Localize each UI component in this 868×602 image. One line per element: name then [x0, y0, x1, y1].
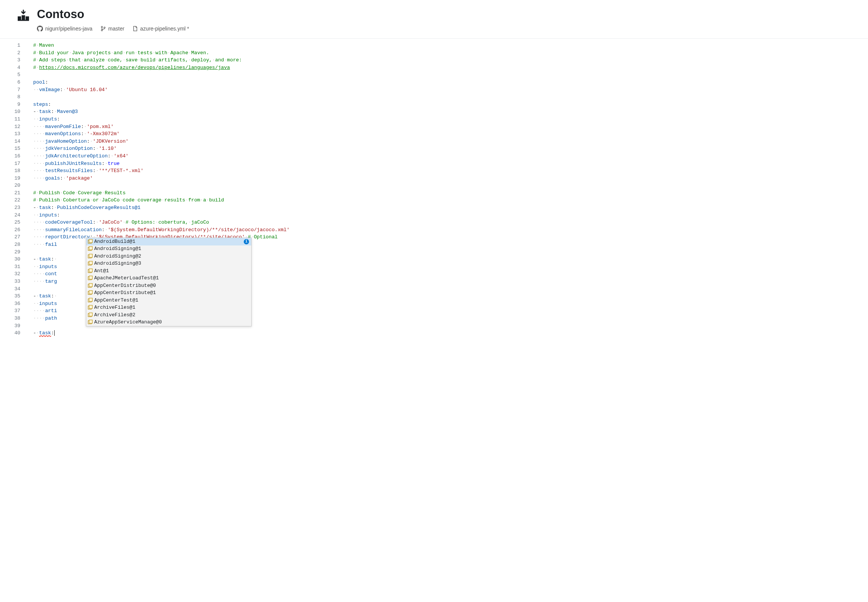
code-line[interactable]: -·task:: [26, 329, 868, 337]
code-line[interactable]: ····mavenPomFile:·'pom.xml': [26, 123, 868, 131]
intellisense-item[interactable]: AndroidSigning@3: [86, 260, 251, 268]
line-number: 19: [0, 175, 20, 182]
breadcrumb-file[interactable]: azure-pipelines.yml *: [132, 26, 189, 32]
snippet-icon: [88, 290, 93, 296]
line-number: 39: [0, 322, 20, 330]
code-line[interactable]: ····mavenOptions:·'-Xmx3072m': [26, 130, 868, 138]
breadcrumb-repo[interactable]: nigurr/pipelines-java: [37, 26, 92, 32]
svg-rect-11: [89, 261, 93, 265]
code-editor[interactable]: 1234567891011121314151617181920212223242…: [0, 38, 868, 340]
line-number: 14: [0, 138, 20, 145]
code-line[interactable]: #·Build·your·Java·projects·and·run·tests…: [26, 49, 868, 57]
code-line[interactable]: ····testResultsFiles:·'**/TEST-*.xml': [26, 167, 868, 175]
intellisense-item[interactable]: AndroidBuild@1i: [86, 238, 251, 246]
svg-rect-19: [89, 291, 93, 294]
svg-rect-23: [89, 305, 93, 309]
intellisense-item-label: Ant@1: [94, 267, 249, 275]
svg-point-2: [102, 30, 103, 31]
line-number: 18: [0, 167, 20, 175]
code-line[interactable]: ····publishJUnitResults:·true: [26, 160, 868, 167]
intellisense-item[interactable]: ApacheJMeterLoadTest@1: [86, 275, 251, 283]
file-icon: [132, 26, 138, 31]
line-number: 34: [0, 286, 20, 293]
line-number: 10: [0, 108, 20, 115]
snippet-icon: [88, 269, 93, 274]
code-line[interactable]: ····summaryFileLocation:·'$(System.Defau…: [26, 226, 868, 234]
intellisense-item-label: AndroidSigning@2: [94, 253, 249, 260]
code-line[interactable]: #·Publish·Cobertura·or·JaCoCo·code·cover…: [26, 197, 868, 204]
intellisense-item[interactable]: AppCenterTest@1: [86, 297, 251, 304]
line-number: 23: [0, 204, 20, 212]
snippet-icon: [88, 312, 93, 318]
line-number: 36: [0, 300, 20, 307]
line-number: 31: [0, 263, 20, 271]
line-number: 7: [0, 86, 20, 94]
intellisense-item-label: AppCenterDistribute@1: [94, 289, 249, 297]
intellisense-item[interactable]: AppCenterDistribute@0: [86, 282, 251, 290]
line-number: 35: [0, 293, 20, 300]
intellisense-item-label: AndroidSigning@1: [94, 245, 249, 253]
code-line[interactable]: #·Maven: [26, 42, 868, 49]
code-line[interactable]: ··inputs:: [26, 212, 868, 219]
svg-rect-15: [89, 276, 93, 280]
code-line[interactable]: [26, 182, 868, 189]
code-line[interactable]: [26, 71, 868, 79]
svg-rect-13: [89, 269, 93, 272]
editor-code-area[interactable]: #·Maven#·Build·your·Java·projects·and·ru…: [26, 39, 868, 340]
code-line[interactable]: ····jdkArchitectureOption:·'x64': [26, 152, 868, 160]
line-number: 6: [0, 79, 20, 86]
intellisense-item-label: ApacheJMeterLoadTest@1: [94, 275, 249, 282]
header: Contoso nigurr/pipelines-java master azu…: [0, 0, 868, 32]
intellisense-item-label: ArchiveFiles@1: [94, 304, 249, 311]
intellisense-item-label: AppCenterDistribute@0: [94, 282, 249, 290]
svg-rect-21: [89, 298, 93, 301]
code-line[interactable]: steps:: [26, 101, 868, 108]
svg-rect-5: [89, 240, 93, 243]
line-number: 30: [0, 256, 20, 263]
code-line[interactable]: ····codeCoverageTool:·'JaCoCo'·#·Options…: [26, 219, 868, 226]
svg-point-3: [104, 27, 106, 29]
github-icon: [37, 26, 43, 32]
intellisense-item[interactable]: ArchiveFiles@1: [86, 304, 251, 312]
code-line[interactable]: -·task:·Maven@3: [26, 108, 868, 115]
intellisense-item[interactable]: AndroidSigning@2: [86, 253, 251, 260]
snippet-icon: [88, 254, 93, 259]
code-line[interactable]: #·https://docs.microsoft.com/azure/devop…: [26, 64, 868, 72]
svg-rect-9: [89, 254, 93, 258]
line-number: 2: [0, 49, 20, 57]
intellisense-item[interactable]: Ant@1: [86, 267, 251, 275]
snippet-icon: [88, 261, 93, 266]
code-line[interactable]: [26, 94, 868, 101]
code-line[interactable]: #·Add·steps·that·analyze·code,·save·buil…: [26, 57, 868, 64]
intellisense-item[interactable]: AppCenterDistribute@1: [86, 290, 251, 297]
code-line[interactable]: -·task:·PublishCodeCoverageResults@1: [26, 204, 868, 212]
line-number: 40: [0, 329, 20, 337]
snippet-icon: [88, 239, 93, 244]
code-line[interactable]: ····goals:·'package': [26, 175, 868, 182]
line-number: 37: [0, 307, 20, 315]
code-line[interactable]: ··inputs:: [26, 115, 868, 123]
intellisense-item[interactable]: ArchiveFiles@2: [86, 311, 251, 319]
page-title: Contoso: [37, 8, 189, 21]
intellisense-item[interactable]: AzureAppServiceManage@0: [86, 319, 251, 326]
code-line[interactable]: pool:: [26, 79, 868, 86]
intellisense-popup[interactable]: AndroidBuild@1iAndroidSigning@1AndroidSi…: [86, 238, 252, 326]
line-number: 15: [0, 145, 20, 152]
code-line[interactable]: ··vmImage:·'Ubuntu 16.04': [26, 86, 868, 94]
intellisense-item[interactable]: AndroidSigning@1: [86, 246, 251, 253]
line-number: 13: [0, 130, 20, 138]
line-number: 1: [0, 42, 20, 49]
info-icon[interactable]: i: [244, 239, 249, 244]
code-line[interactable]: ····jdkVersionOption:·'1.10': [26, 145, 868, 152]
line-number: 20: [0, 182, 20, 189]
breadcrumb-file-label: azure-pipelines.yml *: [140, 26, 189, 32]
snippet-icon: [88, 305, 93, 310]
code-line[interactable]: #·Publish·Code·Coverage·Results: [26, 189, 868, 197]
line-number: 33: [0, 278, 20, 286]
breadcrumb-branch[interactable]: master: [101, 26, 124, 32]
breadcrumb-repo-label: nigurr/pipelines-java: [45, 26, 92, 32]
intellisense-item-label: AppCenterTest@1: [94, 297, 249, 304]
line-number: 38: [0, 315, 20, 322]
code-line[interactable]: ····javaHomeOption:·'JDKVersion': [26, 138, 868, 145]
svg-rect-17: [89, 284, 93, 287]
